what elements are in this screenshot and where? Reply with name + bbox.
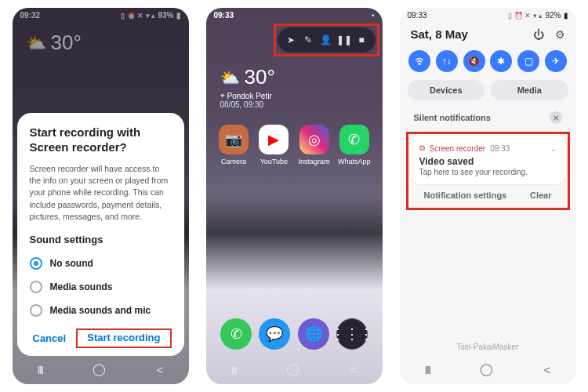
notification-card[interactable]: ⧉ Screen recorder 09:33 ⌄ Video saved Ta…	[410, 136, 566, 184]
nav-back-icon[interactable]: <	[157, 363, 164, 376]
settings-gear-icon[interactable]: ⚙	[555, 28, 565, 41]
dock-messages-icon[interactable]: 💬	[259, 318, 290, 350]
app-camera[interactable]: 📷 Camera	[215, 125, 252, 165]
app-label: YouTube	[260, 158, 288, 165]
power-icon[interactable]: ⏻	[533, 28, 544, 41]
recorder-pointer-icon[interactable]: ➤	[282, 31, 299, 49]
weather-icon: ⛅	[220, 68, 240, 87]
carrier-label: Tsel-PakaiMasker	[400, 338, 576, 356]
nav-home-icon[interactable]: ◯	[480, 362, 493, 376]
toggle-bluetooth-icon[interactable]: ✱	[490, 50, 512, 72]
nav-home-icon[interactable]: ◯	[286, 362, 299, 376]
screenshot-3-notification-shade: 09:33 ▯ ⏰ ✕ ▾ ▴ 92% ▮ Sat, 8 May ⏻ ⚙ ↑↓ …	[400, 8, 576, 384]
app-instagram[interactable]: ◎ Instagram	[296, 125, 333, 165]
weather-temp: 30°	[245, 65, 275, 89]
system-nav-bar: III ◯ <	[206, 356, 383, 384]
notification-time: 09:33	[490, 144, 510, 153]
highlight-start-recording: Start recording	[76, 328, 171, 348]
sound-settings-heading: Sound settings	[30, 234, 172, 245]
status-right: ▯ ⏰ ✕ ▾ ▴ 92% ▮	[508, 11, 568, 20]
highlight-notification-card: ⧉ Screen recorder 09:33 ⌄ Video saved Ta…	[406, 132, 570, 210]
toggle-wifi-icon[interactable]	[408, 50, 430, 72]
status-time: 09:33	[214, 11, 234, 20]
radio-no-sound[interactable]: No sound	[30, 252, 172, 275]
status-bar: 09:33 •	[206, 8, 383, 23]
screenshot-2-recording-toolbar: 09:33 • ➤ ✎ 👤 ❚❚ ■ ⛅ 30° ⌖ Pondok Petir …	[206, 8, 383, 384]
location-pin-icon: ⌖	[220, 91, 225, 100]
app-label: Instagram	[299, 158, 330, 165]
chevron-down-icon[interactable]: ⌄	[550, 144, 557, 153]
toggle-data-icon[interactable]: ↑↓	[436, 50, 458, 72]
radio-icon	[30, 304, 42, 317]
recorder-selfie-icon[interactable]: 👤	[318, 31, 335, 49]
camera-icon: 📷	[219, 125, 249, 154]
quick-settings-toggles: ↑↓ 🔇 ✱ ▢ ✈	[400, 45, 576, 80]
system-nav-bar: III ◯ <	[13, 356, 189, 384]
app-row: 📷 Camera ▶ YouTube ◎ Instagram ✆ WhatsAp…	[206, 117, 383, 173]
radio-icon	[30, 281, 42, 293]
dock-apps-icon[interactable]: ⋮⋮⋮	[336, 318, 368, 350]
radio-label: Media sounds and mic	[50, 305, 151, 316]
status-time: 09:33	[408, 11, 427, 20]
notification-settings-button[interactable]: Notification settings	[424, 191, 507, 200]
silent-notifications-header: Silent notifications ✕	[400, 107, 576, 129]
battery-icon: ▮	[564, 11, 568, 20]
nav-back-icon[interactable]: <	[544, 363, 551, 376]
nav-home-icon[interactable]: ◯	[93, 362, 106, 376]
chip-devices[interactable]: Devices	[408, 80, 485, 100]
status-icons: •	[372, 12, 374, 20]
close-icon[interactable]: ✕	[550, 111, 562, 124]
notification-app-name: Screen recorder	[430, 144, 486, 153]
quick-settings-header: Sat, 8 May ⏻ ⚙	[400, 23, 576, 45]
cancel-button[interactable]: Cancel	[30, 328, 70, 348]
dock-browser-icon[interactable]: 🌐	[298, 318, 329, 350]
status-battery: 92%	[545, 11, 561, 20]
weather-location: ⌖ Pondok Petir	[206, 91, 383, 100]
system-nav-bar: III ◯ <	[400, 356, 576, 384]
chip-media[interactable]: Media	[491, 80, 568, 100]
weather-widget[interactable]: ⛅ 30°	[206, 57, 383, 91]
notification-title: Video saved	[419, 156, 557, 167]
status-icons: ▯ ⏰ ✕ ▾ ▴	[508, 12, 543, 20]
svg-point-0	[419, 64, 420, 65]
quick-settings-chips: Devices Media	[400, 80, 576, 107]
clear-button[interactable]: Clear	[530, 191, 552, 200]
notification-subtitle: Tap here to see your recording.	[419, 168, 557, 176]
location-text: Pondok Petir	[227, 92, 272, 100]
notification-panel-actions: Notification settings Clear	[410, 184, 566, 206]
app-youtube[interactable]: ▶ YouTube	[255, 125, 292, 165]
screenshot-1-permission-dialog: 09:32 ▯ ⏰ ✕ ▾ ▴ 93% ▮ ⛅ 30° Start record…	[13, 8, 189, 384]
radio-label: Media sounds	[50, 281, 113, 292]
radio-icon	[30, 257, 42, 270]
dialog-body: Screen recorder will have access to the …	[30, 163, 172, 223]
toggle-sound-icon[interactable]: 🔇	[463, 50, 485, 72]
radio-media-sounds[interactable]: Media sounds	[30, 275, 172, 299]
nav-back-icon[interactable]: <	[350, 363, 358, 376]
recorder-floating-toolbar: ➤ ✎ 👤 ❚❚ ■	[278, 27, 376, 53]
recorder-stop-icon[interactable]: ■	[353, 31, 370, 49]
recorder-app-icon: ⧉	[419, 143, 425, 153]
nav-recent-icon[interactable]: III	[425, 363, 430, 376]
quick-settings-date: Sat, 8 May	[411, 27, 468, 41]
app-label: Camera	[221, 158, 246, 165]
dock-phone-icon[interactable]: ✆	[220, 318, 252, 350]
recorder-draw-icon[interactable]: ✎	[299, 31, 317, 49]
whatsapp-icon: ✆	[339, 125, 369, 154]
toggle-airplane-icon[interactable]: ✈	[545, 50, 567, 72]
youtube-icon: ▶	[259, 125, 289, 154]
radio-media-and-mic[interactable]: Media sounds and mic	[30, 299, 172, 322]
nav-recent-icon[interactable]: III	[231, 363, 237, 376]
weather-timestamp: 08/05, 09:30	[206, 100, 383, 117]
instagram-icon: ◎	[299, 125, 329, 154]
start-recording-button[interactable]: Start recording	[84, 328, 163, 347]
dialog-title: Start recording with Screen recorder?	[30, 125, 172, 155]
app-whatsapp[interactable]: ✆ WhatsApp	[336, 125, 373, 165]
silent-label: Silent notifications	[414, 113, 491, 122]
nav-recent-icon[interactable]: III	[38, 363, 43, 376]
app-label: WhatsApp	[338, 158, 371, 165]
screen-recorder-permission-dialog: Start recording with Screen recorder? Sc…	[17, 113, 184, 356]
toggle-rotate-icon[interactable]: ▢	[517, 50, 539, 72]
dock: ✆ 💬 🌐 ⋮⋮⋮	[206, 303, 383, 356]
status-bar: 09:33 ▯ ⏰ ✕ ▾ ▴ 92% ▮	[400, 8, 576, 23]
recorder-pause-icon[interactable]: ❚❚	[336, 31, 353, 49]
